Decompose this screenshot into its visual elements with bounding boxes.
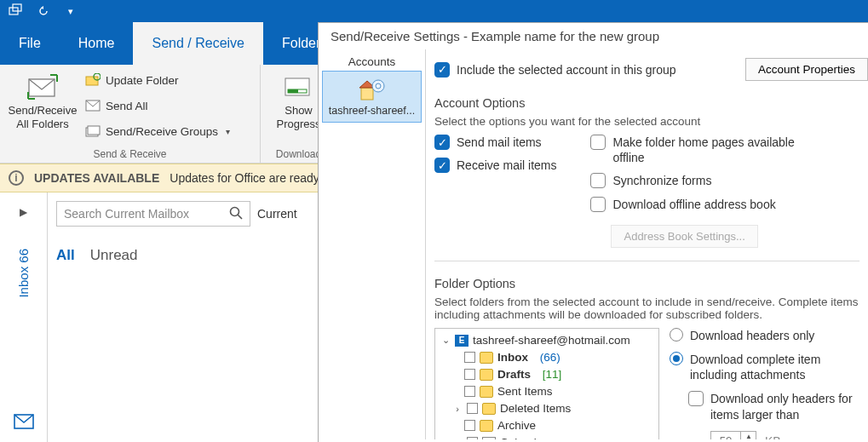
expand-chevron-icon[interactable]: ▶ [20, 201, 27, 223]
include-label: Include the selected account in this gro… [457, 63, 676, 77]
svg-rect-10 [288, 89, 298, 93]
update-folder-button[interactable]: Update Folder [82, 70, 233, 90]
expand-icon[interactable]: › [452, 404, 463, 414]
send-receive-all-button[interactable]: Send/Receive All Folders [7, 68, 78, 130]
send-all-button[interactable]: Send All [82, 95, 233, 116]
send-receive-settings-dialog: Send/Receive Settings - Example name for… [318, 22, 868, 442]
settings-pane: Include the selected account in this gro… [426, 49, 868, 439]
search-scope[interactable]: Current [257, 207, 297, 221]
dialog-title: Send/Receive Settings - Example name for… [319, 23, 868, 49]
download-headers-radio[interactable] [670, 328, 683, 342]
account-item[interactable]: tashreef-shareef... [322, 71, 422, 123]
left-nav-strip: ▶ Inbox 66 [0, 192, 48, 442]
folder-checkbox[interactable] [464, 369, 475, 380]
calendar-icon [482, 437, 496, 439]
folder-checkbox[interactable] [464, 352, 475, 363]
collapse-icon[interactable]: ⌄ [440, 335, 451, 346]
accounts-header: Accounts [322, 53, 422, 71]
mail-sync-icon [26, 72, 59, 102]
svg-line-13 [238, 215, 242, 219]
folder-options-header: Folder Options [434, 277, 868, 290]
accounts-column: Accounts tashreef-shareef... [319, 49, 426, 439]
address-book-settings-button: Address Book Settings... [611, 225, 757, 248]
send-mail-checkbox[interactable] [434, 135, 450, 150]
sync-forms-checkbox[interactable] [590, 173, 606, 188]
account-options-help: Select the options you want for the sele… [434, 115, 868, 128]
svg-rect-14 [361, 88, 373, 100]
folder-checkbox[interactable] [464, 420, 475, 431]
svg-rect-3 [86, 77, 98, 85]
notice-text: Updates for Office are ready [170, 171, 319, 185]
spin-up-icon[interactable]: ▲ [741, 432, 756, 439]
svg-rect-7 [88, 126, 100, 135]
folder-options-help: Select folders from the selected account… [434, 296, 868, 321]
folder-icon [480, 386, 493, 398]
tab-file[interactable]: File [0, 22, 60, 65]
qat-dropdown-icon[interactable]: ▾ [63, 3, 78, 19]
svg-point-16 [372, 80, 384, 92]
account-home-icon [323, 77, 421, 102]
account-properties-button[interactable]: Account Properties [745, 58, 868, 81]
group-caption: Send & Receive [0, 148, 260, 163]
kb-label: KB [765, 433, 781, 439]
tree-root: tashreef-shareef@hotmail.com [473, 334, 630, 347]
envelope-icon [85, 98, 101, 113]
folder-checkbox[interactable] [467, 403, 478, 414]
search-icon[interactable] [229, 206, 243, 222]
window-icon [9, 3, 24, 19]
folder-icon [480, 369, 493, 381]
size-input[interactable] [711, 434, 740, 439]
account-options-header: Account Options [434, 96, 868, 110]
exchange-icon: E [455, 335, 468, 347]
folder-refresh-icon [85, 72, 101, 88]
progress-icon [283, 72, 315, 102]
tab-home[interactable]: Home [60, 22, 134, 65]
size-spinner[interactable]: ▲▼ [710, 431, 756, 439]
send-receive-groups-button[interactable]: Send/Receive Groups ▾ [82, 121, 233, 141]
tab-send-receive[interactable]: Send / Receive [133, 22, 263, 65]
download-oab-checkbox[interactable] [590, 197, 606, 212]
info-icon: i [9, 170, 24, 186]
headers-larger-than-checkbox[interactable] [688, 391, 704, 406]
undo-icon[interactable] [36, 3, 51, 19]
envelope-group-icon [85, 123, 101, 139]
account-label: tashreef-shareef... [323, 105, 421, 117]
expand-icon[interactable]: › [452, 438, 463, 439]
mail-nav-icon[interactable] [14, 414, 34, 432]
folder-checkbox[interactable] [464, 386, 475, 397]
download-complete-radio[interactable] [670, 352, 683, 365]
offline-pages-checkbox[interactable] [590, 135, 606, 150]
folder-tree[interactable]: ⌄ E tashreef-shareef@hotmail.com Inbox (… [434, 328, 659, 439]
filter-all[interactable]: All [56, 247, 75, 264]
include-account-checkbox[interactable] [434, 62, 450, 77]
notice-title: UPDATES AVAILABLE [34, 171, 159, 185]
dropdown-arrow-icon: ▾ [226, 127, 230, 136]
filter-unread[interactable]: Unread [90, 247, 138, 264]
folder-icon [480, 420, 493, 432]
receive-mail-checkbox[interactable] [434, 158, 450, 173]
folder-checkbox[interactable] [467, 437, 478, 439]
title-bar: ▾ [0, 0, 868, 22]
big-label: Send/Receive All Folders [9, 104, 78, 130]
search-input[interactable]: Search Current Mailbox [56, 201, 250, 227]
folder-icon [482, 403, 496, 415]
inbox-vertical-label[interactable]: Inbox 66 [16, 249, 31, 298]
folder-icon [480, 352, 493, 364]
